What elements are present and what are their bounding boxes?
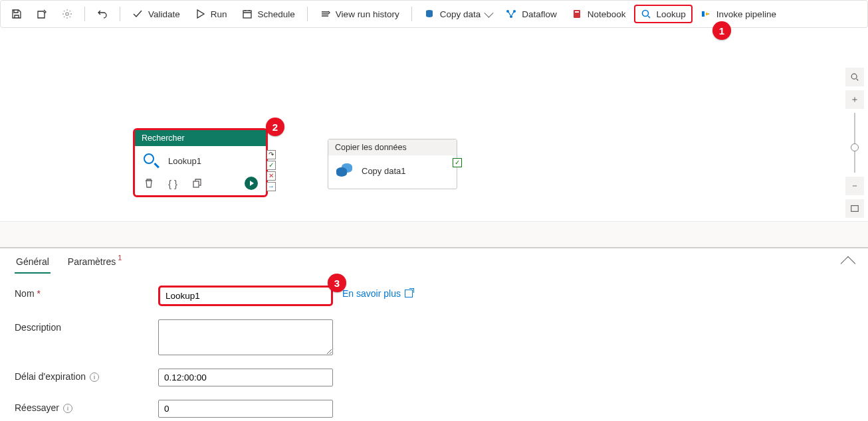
separator <box>307 7 308 21</box>
undo-button[interactable] <box>90 5 114 23</box>
retry-input[interactable] <box>158 400 333 418</box>
run-label: Run <box>211 9 227 19</box>
database-icon <box>424 9 435 19</box>
external-link-icon <box>405 290 413 297</box>
copy-icon[interactable] <box>191 177 203 189</box>
invoke-pipeline-button[interactable]: Invoke pipeline <box>694 5 783 23</box>
fit-button[interactable] <box>845 199 864 218</box>
name-input[interactable] <box>158 286 333 306</box>
separator <box>411 7 412 21</box>
port-fail-icon[interactable]: ✕ <box>267 171 276 181</box>
undo-icon <box>97 9 108 19</box>
play-icon <box>195 9 205 19</box>
learn-more-link[interactable]: En savoir plus <box>342 286 413 299</box>
panel-body: Nom* 3 En savoir plus Description Délai … <box>0 274 868 421</box>
svg-rect-11 <box>851 206 859 212</box>
zoom-in-button[interactable]: ＋ <box>845 90 864 109</box>
view-history-label: View run history <box>336 9 399 19</box>
properties-panel: Général Paramètres1 Nom* 3 En savoir plu… <box>0 247 868 421</box>
calendar-icon <box>242 9 253 19</box>
tab-parametres[interactable]: Paramètres1 <box>66 254 121 274</box>
save-as-button[interactable] <box>30 5 54 23</box>
activity-lookup-title: Lookup1 <box>168 156 201 166</box>
svg-rect-6 <box>574 10 580 18</box>
description-input[interactable] <box>158 319 333 355</box>
save-button[interactable] <box>5 5 29 23</box>
view-history-button[interactable]: View run history <box>313 5 406 23</box>
port-skip-icon[interactable]: ↷ <box>267 150 276 159</box>
separator <box>84 7 85 21</box>
port-completion-icon[interactable]: → <box>267 182 276 191</box>
validate-button[interactable]: Validate <box>126 5 187 23</box>
dataflow-label: Dataflow <box>522 9 557 19</box>
history-icon <box>320 9 330 19</box>
svg-rect-13 <box>856 228 859 230</box>
zoom-out-button[interactable]: － <box>845 177 864 195</box>
timeout-input[interactable] <box>158 369 333 386</box>
port-success-icon[interactable]: ✓ <box>453 158 462 167</box>
schedule-label: Schedule <box>258 9 295 19</box>
lookup-icon <box>143 153 159 169</box>
notebook-label: Notebook <box>588 9 626 19</box>
activity-lookup[interactable]: Rechercher Lookup1 { } ↷ ✓ ✕ → <box>133 128 268 197</box>
tab-general[interactable]: Général <box>15 254 51 274</box>
run-button[interactable]: Run <box>188 5 234 23</box>
settings-button[interactable] <box>55 5 79 23</box>
save-icon <box>11 9 22 19</box>
svg-rect-7 <box>575 11 579 13</box>
gear-icon <box>62 9 72 19</box>
activity-copydata-header: Copier les données <box>328 139 457 155</box>
dataflow-icon <box>506 9 516 19</box>
search-canvas-button[interactable] <box>845 68 864 86</box>
validate-label: Validate <box>148 9 180 19</box>
lookup-icon <box>641 9 651 19</box>
zoom-rail: ＋ － <box>845 68 864 247</box>
svg-point-8 <box>642 11 648 17</box>
tab-parametres-label: Paramètres <box>68 256 116 267</box>
dataflow-button[interactable]: Dataflow <box>499 5 564 23</box>
retry-label: Réessayeri <box>15 400 158 414</box>
notebook-button[interactable]: Notebook <box>565 5 633 23</box>
pipeline-canvas[interactable]: Rechercher Lookup1 { } ↷ ✓ ✕ → 2 Copier … <box>0 28 868 247</box>
svg-rect-1 <box>243 11 251 18</box>
copy-data-label: Copy data <box>440 9 481 19</box>
invoke-label: Invoke pipeline <box>716 9 776 19</box>
svg-point-0 <box>66 13 68 15</box>
zoom-thumb[interactable] <box>851 143 859 151</box>
activity-copydata[interactable]: Copier les données Copy data1 ✓ <box>328 139 457 189</box>
zoom-slider[interactable] <box>854 113 855 173</box>
run-activity-icon[interactable] <box>245 177 258 190</box>
panel-tabs: Général Paramètres1 <box>0 248 868 274</box>
svg-rect-9 <box>193 181 199 187</box>
info-icon[interactable]: i <box>63 404 72 413</box>
info-icon[interactable]: i <box>90 373 99 382</box>
tab-badge: 1 <box>118 254 122 262</box>
svg-rect-12 <box>851 228 854 230</box>
copy-data-button[interactable]: Copy data <box>417 5 498 23</box>
callout-badge-2: 2 <box>266 118 284 136</box>
tab-general-label: Général <box>16 256 49 267</box>
lookup-button[interactable]: Lookup <box>634 5 693 23</box>
callout-badge-3: 3 <box>328 274 346 292</box>
name-label: Nom* <box>15 286 158 299</box>
activity-copydata-title: Copy data1 <box>362 166 406 176</box>
collapse-panel-icon[interactable] <box>841 256 856 272</box>
save-as-icon <box>37 9 47 19</box>
callout-badge-1: 1 <box>712 21 731 40</box>
layout-button[interactable] <box>845 222 864 240</box>
lookup-label: Lookup <box>657 9 686 19</box>
port-success-icon[interactable]: ✓ <box>267 161 276 170</box>
schedule-button[interactable]: Schedule <box>235 5 302 23</box>
check-icon <box>132 9 143 19</box>
svg-point-10 <box>851 74 857 79</box>
toolbar: Validate Run Schedule View run history C… <box>0 0 868 28</box>
svg-point-5 <box>510 15 512 18</box>
delete-icon[interactable] <box>143 177 155 189</box>
learn-more-label: En savoir plus <box>342 288 401 299</box>
separator <box>120 7 120 21</box>
activity-ports: ↷ ✓ ✕ → <box>267 150 276 191</box>
notebook-icon <box>572 9 582 19</box>
description-label: Description <box>15 319 158 333</box>
chevron-down-icon <box>485 9 494 18</box>
braces-icon[interactable]: { } <box>167 177 179 189</box>
